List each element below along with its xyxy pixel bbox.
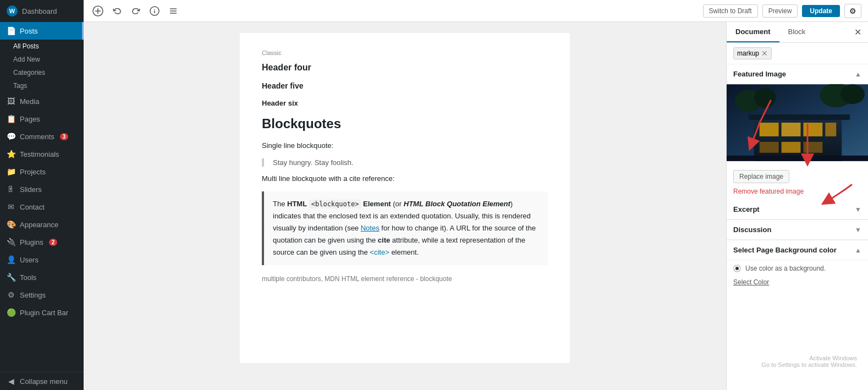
categories-label: Categories (13, 69, 45, 76)
sidebar-item-tools[interactable]: 🔧 Tools (0, 268, 84, 286)
svg-rect-16 (782, 123, 801, 136)
plugins-icon: 🔌 (7, 238, 15, 246)
cite-attr-bold: cite (378, 236, 390, 244)
settings-icon: ⚙ (7, 290, 15, 299)
replace-image-button[interactable]: Replace image (733, 170, 789, 183)
svg-point-5 (154, 9, 155, 10)
featured-image-section: Featured Image ▲ (727, 64, 868, 200)
remove-arrow-container: Remove featured image (727, 188, 868, 200)
update-button[interactable]: Update (802, 5, 840, 17)
sidebar-item-pages[interactable]: 📋 Pages (0, 110, 84, 128)
dashboard-label: Dashboard (22, 7, 57, 15)
excerpt-header[interactable]: Excerpt ▼ (727, 200, 868, 219)
featured-image-header[interactable]: Featured Image ▲ (727, 64, 868, 84)
sidebar-item-comments[interactable]: 💬 Comments 3 (0, 128, 84, 145)
appearance-icon: 🎨 (7, 220, 15, 229)
classic-label: Classic (262, 50, 548, 56)
bg-color-header[interactable]: Select Page Background color ▲ (727, 240, 868, 260)
all-posts-label: All Posts (13, 42, 39, 50)
sidebar-item-plugin-cart[interactable]: 🟢 Plugin Cart Bar (0, 304, 84, 321)
sidebar-item-contact[interactable]: ✉ Contact (0, 198, 84, 216)
add-new-label: Add New (13, 56, 40, 63)
testimonials-label: Testimonials (20, 150, 59, 158)
multi-line-label: Multi line blockquote with a cite refere… (262, 173, 548, 185)
comments-badge: 3 (60, 133, 69, 140)
use-color-radio[interactable] (733, 265, 741, 272)
color-options: Use color as a background. Select Color (727, 260, 868, 293)
main-wrapper: Switch to Draft Preview Update ⚙ Classic… (84, 0, 868, 390)
panel-close-button[interactable]: ✕ (848, 23, 868, 42)
notes-link[interactable]: Notes (361, 224, 380, 232)
sidebar-item-posts[interactable]: 📄 Posts (0, 22, 84, 40)
sidebar-item-add-new[interactable]: Add New (7, 53, 84, 66)
undo-button[interactable] (110, 4, 124, 18)
contact-label: Contact (20, 203, 45, 211)
featured-image-container (727, 84, 868, 161)
header-five[interactable]: Header five (262, 81, 548, 90)
markup-section: markup ✕ (727, 43, 868, 64)
svg-rect-21 (803, 142, 822, 153)
switch-draft-button[interactable]: Switch to Draft (703, 4, 758, 18)
add-block-button[interactable] (90, 3, 106, 19)
sidebar-item-plugins[interactable]: 🔌 Plugins 2 (0, 233, 84, 251)
sidebar-item-categories[interactable]: Categories (7, 66, 84, 79)
sidebar-item-projects[interactable]: 📁 Projects (0, 163, 84, 180)
appearance-label: Appearance (20, 221, 58, 229)
sliders-icon: 🎚 (7, 185, 15, 194)
users-label: Users (20, 256, 39, 264)
header-actions: Switch to Draft Preview Update ⚙ (703, 4, 861, 18)
sidebar-item-all-posts[interactable]: All Posts (7, 40, 84, 53)
settings-label: Settings (20, 291, 46, 299)
panel-tabs: Document Block ✕ (727, 22, 868, 43)
cite-element-link: <cite> (370, 248, 389, 256)
posts-label: Posts (20, 27, 38, 35)
tab-block[interactable]: Block (779, 22, 815, 42)
header-six[interactable]: Header six (262, 99, 548, 107)
tools-icon: 🔧 (7, 273, 15, 282)
redo-button[interactable] (129, 4, 143, 18)
editor-settings-button[interactable]: ⚙ (844, 4, 861, 18)
plugins-label: Plugins (20, 238, 43, 246)
element-bold: Element (363, 200, 391, 208)
discussion-header[interactable]: Discussion ▼ (727, 220, 868, 240)
editor-header: Switch to Draft Preview Update ⚙ (84, 0, 868, 22)
select-color-link[interactable]: Select Color (733, 278, 769, 286)
list-view-button[interactable] (166, 4, 180, 18)
svg-rect-19 (760, 142, 779, 153)
svg-rect-17 (803, 123, 822, 136)
preview-button[interactable]: Preview (762, 4, 798, 18)
radio-inner (735, 267, 739, 270)
contact-icon: ✉ (7, 202, 15, 211)
excerpt-section: Excerpt ▼ (727, 200, 868, 220)
sliders-label: Sliders (20, 185, 42, 194)
tools-label: Tools (20, 273, 36, 282)
posts-icon: 📄 (7, 26, 15, 35)
sidebar-item-settings[interactable]: ⚙ Settings (0, 286, 84, 304)
discussion-chevron-icon: ▼ (855, 226, 861, 234)
markup-tag-remove-button[interactable]: ✕ (761, 49, 768, 58)
sidebar-item-sliders[interactable]: 🎚 Sliders (0, 180, 84, 198)
users-icon: 👤 (7, 255, 15, 264)
projects-icon: 📁 (7, 167, 15, 176)
sidebar-item-tags[interactable]: Tags (7, 79, 84, 92)
footer-ref: multiple contributors, MDN HTML element … (262, 274, 548, 284)
tab-document[interactable]: Document (727, 22, 779, 42)
sidebar-item-media[interactable]: 🖼 Media (0, 92, 84, 110)
info-button[interactable] (147, 4, 162, 18)
remove-featured-image-link[interactable]: Remove featured image (727, 188, 868, 200)
svg-point-11 (754, 88, 776, 108)
sidebar-item-appearance[interactable]: 🎨 Appearance (0, 216, 84, 233)
sidebar-item-testimonials[interactable]: ⭐ Testimonials (0, 145, 84, 163)
sidebar-item-users[interactable]: 👤 Users (0, 251, 84, 268)
use-color-label: Use color as a background. (745, 265, 826, 272)
featured-image-title: Featured Image (733, 70, 786, 78)
select-color-wrapper: Select Color (733, 276, 861, 288)
editor-content[interactable]: Classic Header four Header five Header s… (84, 22, 726, 390)
comments-label: Comments (20, 133, 54, 141)
go-to-settings-text: Go to Settings to activate Windows. (761, 361, 857, 368)
sidebar-item-collapse[interactable]: ◀ Collapse menu (0, 372, 84, 390)
dashboard-logo[interactable]: W Dashboard (0, 0, 84, 22)
blockquotes-heading[interactable]: Blockquotes (262, 116, 548, 131)
header-four[interactable]: Header four (262, 63, 548, 73)
editor-block[interactable]: Classic Header four Header five Header s… (240, 33, 570, 363)
